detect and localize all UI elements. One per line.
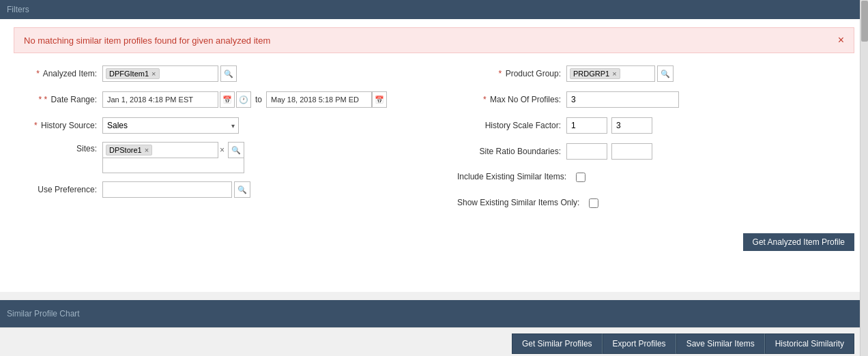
main-content: No matching similar item profiles found … — [0, 19, 868, 292]
analyzed-item-search-icon: 🔍 — [224, 70, 233, 78]
sites-input-row[interactable] — [102, 158, 244, 173]
sites-tag: DPStore1 × — [106, 145, 152, 155]
max-profiles-input[interactable] — [566, 91, 679, 108]
sites-tag-row[interactable]: DPStore1 × — [102, 142, 218, 158]
site-ratio-boundaries-label: Site Ratio Boundaries: — [457, 147, 566, 156]
clock-icon: 🕐 — [239, 95, 248, 104]
product-group-search-icon: 🔍 — [661, 70, 670, 78]
show-existing-similar-items-row: Show Existing Similar Items Only: — [457, 194, 854, 213]
use-preference-search-button[interactable]: 🔍 — [234, 181, 250, 198]
to-label: to — [255, 95, 262, 104]
alert-close-button[interactable]: × — [838, 35, 844, 46]
alert-message: No matching similar item profiles found … — [24, 35, 270, 46]
history-source-row: * History Source: Sales Orders Demand — [14, 116, 444, 135]
alert-banner: No matching similar item profiles found … — [14, 27, 854, 53]
product-group-tag-remove[interactable]: × — [612, 70, 616, 78]
end-calendar-icon-button[interactable]: 📅 — [372, 91, 387, 108]
date-range-row: * * Date Range: 📅 🕐 to 📅 — [14, 90, 444, 109]
analyzed-item-tag: DPFGItem1 × — [106, 68, 160, 79]
history-scale-factor-row: History Scale Factor: — [457, 116, 854, 135]
product-group-tag-input[interactable]: PRDGRP1 × — [566, 65, 655, 82]
sites-row: Sites: DPStore1 × × 🔍 — [14, 142, 444, 173]
history-scale-factor-input1[interactable] — [566, 117, 607, 134]
product-group-row: * Product Group: PRDGRP1 × 🔍 — [457, 64, 854, 83]
get-similar-profiles-button[interactable]: Get Similar Profiles — [512, 333, 603, 354]
date-range-label: * * Date Range: — [14, 95, 102, 104]
history-source-label: * History Source: — [14, 121, 102, 130]
analyzed-item-tag-remove[interactable]: × — [151, 70, 156, 78]
product-group-search-button[interactable]: 🔍 — [657, 65, 674, 82]
use-preference-search-icon: 🔍 — [237, 186, 247, 194]
get-analyzed-item-profile-container: Get Analyzed Item Profile — [457, 220, 854, 226]
include-existing-similar-items-checkbox[interactable] — [576, 173, 585, 182]
include-existing-similar-items-label: Include Existing Similar Items: — [457, 172, 572, 183]
bottom-section-title: Similar Profile Chart — [7, 309, 80, 318]
history-source-select-wrapper: Sales Orders Demand — [102, 117, 239, 134]
scrollbar-thumb[interactable] — [861, 1, 868, 42]
sites-search-icon: 🔍 — [231, 146, 241, 155]
analyzed-item-search-button[interactable]: 🔍 — [220, 65, 237, 82]
get-analyzed-item-profile-button[interactable]: Get Analyzed Item Profile — [743, 233, 854, 251]
max-profiles-label: * Max No Of Profiles: — [457, 95, 566, 104]
bottom-section-header: Similar Profile Chart — [0, 300, 868, 327]
sites-tag-remove[interactable]: × — [145, 146, 149, 154]
form-left: * Analyzed Item: DPFGItem1 × 🔍 * * Date … — [14, 64, 444, 251]
scrollbar[interactable] — [860, 0, 868, 356]
historical-similarity-button[interactable]: Historical Similarity — [765, 333, 854, 354]
max-profiles-row: * Max No Of Profiles: — [457, 90, 854, 109]
date-range-icons: 📅 🕐 — [220, 91, 251, 108]
required-star: * — [36, 69, 40, 78]
sites-container: DPStore1 × × 🔍 — [102, 142, 244, 173]
product-group-tag: PRDGRP1 × — [570, 68, 620, 79]
required-star: * * — [39, 95, 48, 104]
date-range-end-input[interactable] — [266, 91, 372, 108]
save-similar-items-button[interactable]: Save Similar Items — [676, 333, 765, 354]
bottom-btn-bar: Get Similar Profiles Export Profiles Sav… — [0, 327, 868, 356]
sites-clear-button[interactable]: × — [220, 145, 225, 155]
site-ratio-boundary-input2[interactable] — [611, 143, 652, 160]
use-preference-input[interactable] — [102, 181, 232, 198]
show-existing-similar-items-checkbox[interactable] — [589, 198, 598, 208]
analyzed-item-label: * Analyzed Item: — [14, 69, 102, 78]
analyzed-item-row: * Analyzed Item: DPFGItem1 × 🔍 — [14, 64, 444, 83]
top-bar: Filters — [0, 0, 868, 19]
product-group-label: * Product Group: — [457, 69, 566, 78]
calendar-icon: 📅 — [222, 95, 232, 104]
end-calendar-icon: 📅 — [375, 95, 384, 104]
top-bar-title: Filters — [7, 5, 29, 14]
use-preference-label: Use Preference: — [14, 185, 102, 194]
site-ratio-boundary-input1[interactable] — [566, 143, 607, 160]
site-ratio-boundaries-row: Site Ratio Boundaries: — [457, 142, 854, 161]
export-profiles-button[interactable]: Export Profiles — [603, 333, 676, 354]
include-existing-similar-items-row: Include Existing Similar Items: — [457, 168, 854, 187]
clock-icon-button[interactable]: 🕐 — [236, 91, 251, 108]
sites-search-button[interactable]: 🔍 — [228, 142, 244, 158]
analyzed-item-tag-input[interactable]: DPFGItem1 × — [102, 65, 218, 82]
show-existing-similar-items-label: Show Existing Similar Items Only: — [457, 198, 585, 209]
calendar-icon-button[interactable]: 📅 — [220, 91, 235, 108]
form-grid: * Analyzed Item: DPFGItem1 × 🔍 * * Date … — [14, 64, 854, 251]
sites-label: Sites: — [14, 142, 102, 153]
history-scale-factor-label: History Scale Factor: — [457, 121, 566, 130]
date-range-start-input[interactable] — [102, 91, 218, 108]
form-right: * Product Group: PRDGRP1 × 🔍 * Max No — [444, 64, 854, 251]
use-preference-row: Use Preference: 🔍 — [14, 180, 444, 199]
history-source-select[interactable]: Sales Orders Demand — [102, 117, 239, 134]
history-scale-factor-input2[interactable] — [611, 117, 652, 134]
